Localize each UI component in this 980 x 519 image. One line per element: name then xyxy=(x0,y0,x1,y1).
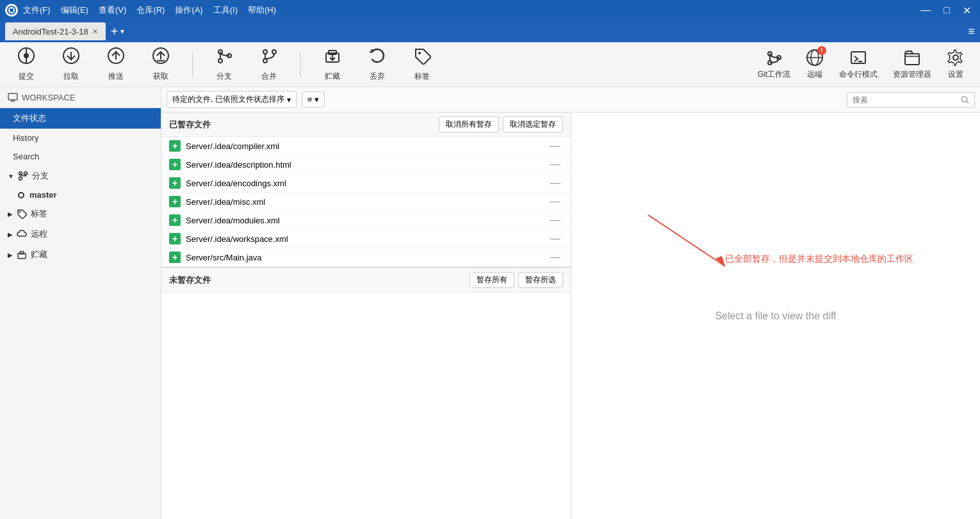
tab-close-icon[interactable]: ✕ xyxy=(92,28,98,36)
filter-options-button[interactable]: ≡ ▾ xyxy=(302,92,325,108)
file-action-icon[interactable]: — xyxy=(548,252,563,263)
split-panel: 已暂存文件 取消所有暂存 取消选定暂存 + Server/.idea/compi… xyxy=(161,113,980,519)
file-path: Server/.idea/compiler.xml xyxy=(186,141,548,151)
stage-selected-button[interactable]: 暂存所选 xyxy=(518,272,563,288)
content-area: 待定的文件, 已依照文件状态排序 ▾ ≡ ▾ 已暂存文件 取消所有暂存 取消选定… xyxy=(161,87,980,519)
discard-button[interactable]: 丢弃 xyxy=(361,44,393,84)
table-row[interactable]: + Server/.idea/misc.xml — xyxy=(161,193,571,211)
table-row[interactable]: + Server/.idea/modules.xml — xyxy=(161,211,571,230)
cloud-icon-small xyxy=(17,229,27,239)
toolbar-right: Git工作流 ! 远端 命令行模式 资源管理器 设置 xyxy=(753,46,970,83)
menu-view[interactable]: 查看(V) xyxy=(99,4,126,16)
push-icon xyxy=(107,47,125,68)
minimize-button[interactable]: — xyxy=(917,4,935,17)
maximize-button[interactable]: □ xyxy=(940,4,954,17)
file-action-icon[interactable]: — xyxy=(548,177,563,189)
file-action-icon[interactable]: — xyxy=(548,159,563,170)
branches-section[interactable]: ▼ 分支 xyxy=(0,166,161,186)
merge-button[interactable]: 合并 xyxy=(253,44,285,84)
toolbar: 提交 拉取 推送 获取 分支 合并 xyxy=(0,42,980,87)
table-row[interactable]: + Server/.idea/workspace.xml — xyxy=(161,230,571,248)
menu-action[interactable]: 操作(A) xyxy=(175,4,202,16)
tag-label: 标签 xyxy=(414,71,430,82)
pull-button[interactable]: 拉取 xyxy=(55,44,87,84)
unstaged-section-header: 未暂存文件 暂存所有 暂存所选 xyxy=(161,267,571,292)
commit-button[interactable]: 提交 xyxy=(10,44,42,84)
table-row[interactable]: + Server/src/Main.java — xyxy=(161,248,571,267)
discard-icon xyxy=(368,47,386,68)
file-action-icon[interactable]: — xyxy=(548,196,563,207)
stash-chevron: ▶ xyxy=(8,252,13,259)
file-path: Server/.idea/misc.xml xyxy=(186,197,548,207)
stash-section[interactable]: ▶ 贮藏 xyxy=(0,244,161,265)
stage-all-button[interactable]: 暂存所有 xyxy=(470,272,514,288)
sidebar: WORKSPACE 文件状态 History Search ▼ 分支 maste… xyxy=(0,87,161,519)
file-path: Server/.idea/modules.xml xyxy=(186,216,548,225)
terminal-button[interactable]: 命令行模式 xyxy=(834,46,883,83)
tab-bar: AndroidTest-21-3-18 ✕ + ▾ ≡ xyxy=(0,20,980,42)
fetch-button[interactable]: 获取 xyxy=(145,44,177,84)
sidebar-item-file-status[interactable]: 文件状态 xyxy=(0,108,161,129)
terminal-label: 命令行模式 xyxy=(839,69,878,80)
branch-master[interactable]: master xyxy=(0,186,161,204)
add-icon: + xyxy=(169,252,181,263)
file-action-icon[interactable]: — xyxy=(548,233,563,244)
svg-point-5 xyxy=(24,53,29,58)
table-row[interactable]: + Server/.idea/encodings.xml — xyxy=(161,174,571,193)
commit-icon xyxy=(17,47,35,68)
table-row[interactable]: + Server/.idea/compiler.xml — xyxy=(161,137,571,156)
unstage-selected-button[interactable]: 取消选定暂存 xyxy=(503,116,563,132)
unstage-all-button[interactable]: 取消所有暂存 xyxy=(439,116,499,132)
search-input[interactable] xyxy=(853,95,961,104)
branch-icon xyxy=(215,47,233,68)
explorer-label: 资源管理器 xyxy=(893,69,931,80)
add-icon: + xyxy=(169,196,181,207)
remote-label: 远端 xyxy=(807,69,822,80)
settings-button[interactable]: 设置 xyxy=(942,46,970,83)
push-button[interactable]: 推送 xyxy=(100,44,132,84)
remote-label: 远程 xyxy=(31,228,47,240)
tags-section[interactable]: ▶ 标签 xyxy=(0,204,161,224)
tab-dropdown-button[interactable]: ▾ xyxy=(120,27,124,36)
sidebar-item-history[interactable]: History xyxy=(0,129,161,147)
remote-section[interactable]: ▶ 远程 xyxy=(0,224,161,244)
file-action-icon[interactable]: — xyxy=(548,140,563,152)
git-flow-button[interactable]: Git工作流 xyxy=(753,46,796,83)
main-layout: WORKSPACE 文件状态 History Search ▼ 分支 maste… xyxy=(0,87,980,519)
file-sort-dropdown[interactable]: 待定的文件, 已依照文件状态排序 ▾ xyxy=(167,91,297,108)
menu-file[interactable]: 文件(F) xyxy=(23,4,51,16)
search-box[interactable] xyxy=(847,92,975,108)
explorer-button[interactable]: 资源管理器 xyxy=(888,46,936,83)
close-button[interactable]: ✕ xyxy=(959,4,975,17)
menu-edit[interactable]: 编辑(E) xyxy=(61,4,88,16)
new-tab-button[interactable]: + xyxy=(111,24,118,39)
tag-button[interactable]: 标签 xyxy=(406,44,438,84)
remote-button[interactable]: ! 远端 xyxy=(801,46,829,83)
svg-point-40 xyxy=(19,211,21,213)
active-tab[interactable]: AndroidTest-21-3-18 ✕ xyxy=(5,22,106,40)
file-path: Server/.idea/workspace.xml xyxy=(186,234,548,244)
menu-help[interactable]: 帮助(H) xyxy=(248,4,276,16)
tags-label: 标签 xyxy=(31,208,47,220)
branch-button[interactable]: 分支 xyxy=(208,44,240,84)
menu-tools[interactable]: 工具(I) xyxy=(213,4,238,16)
monitor-icon xyxy=(8,92,18,102)
table-row[interactable]: + Server/.idea/description.html — xyxy=(161,156,571,174)
file-path: Server/src/Main.java xyxy=(186,253,548,262)
app-icon xyxy=(5,4,18,17)
title-bar: 文件(F) 编辑(E) 查看(V) 仓库(R) 操作(A) 工具(I) 帮助(H… xyxy=(0,0,980,20)
merge-label: 合并 xyxy=(261,71,277,82)
svg-point-43 xyxy=(961,96,967,101)
add-icon: + xyxy=(169,177,181,189)
sidebar-item-search[interactable]: Search xyxy=(0,147,161,166)
stash-button[interactable]: 贮藏 xyxy=(316,44,348,84)
workspace-header: WORKSPACE xyxy=(0,87,161,108)
file-action-icon[interactable]: — xyxy=(548,214,563,226)
search-icon xyxy=(961,95,969,104)
file-path: Server/.idea/encodings.xml xyxy=(186,179,548,188)
staged-file-list: + Server/.idea/compiler.xml — + Server/.… xyxy=(161,137,571,267)
filter-bar: 待定的文件, 已依照文件状态排序 ▾ ≡ ▾ xyxy=(161,87,980,113)
menu-repo[interactable]: 仓库(R) xyxy=(136,4,165,16)
hamburger-menu[interactable]: ≡ xyxy=(968,25,975,38)
toolbar-divider-1 xyxy=(192,52,193,77)
